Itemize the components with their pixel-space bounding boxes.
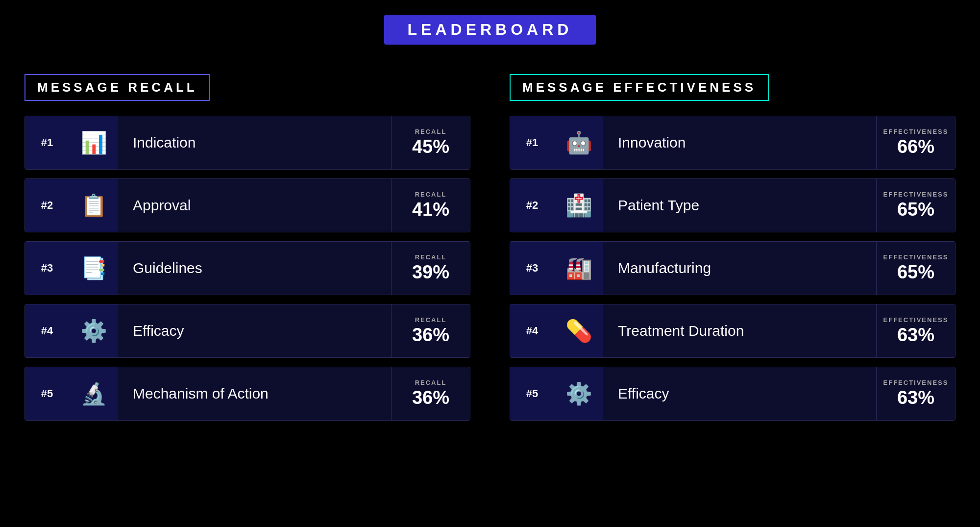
score-sub-label: RECALL — [415, 316, 447, 324]
score-cell: EFFECTIVENESS 63% — [877, 304, 955, 357]
page-title: LEADERBOARD — [408, 21, 573, 38]
score-value: 45% — [412, 136, 449, 157]
icon-cell: ⚙️ — [554, 367, 603, 420]
columns-wrapper: MESSAGE RECALL #1 📊 Indication RECALL 45… — [24, 74, 956, 421]
name-cell: Innovation — [603, 116, 877, 169]
rank-label: #3 — [526, 262, 538, 275]
score-cell: RECALL 36% — [392, 304, 470, 357]
rank-cell: #1 — [25, 116, 69, 169]
rank-cell: #2 — [25, 179, 69, 232]
rank-cell: #4 — [510, 304, 554, 357]
name-cell: Patient Type — [603, 179, 877, 232]
item-icon: 🤖 — [565, 130, 592, 155]
score-value: 65% — [897, 199, 934, 220]
item-icon: ⚙️ — [80, 318, 107, 344]
rank-cell: #4 — [25, 304, 69, 357]
effectiveness-column: MESSAGE EFFECTIVENESS #1 🤖 Innovation EF… — [510, 74, 956, 421]
rank-label: #4 — [526, 325, 538, 337]
score-value: 41% — [412, 199, 449, 220]
rank-cell: #3 — [510, 242, 554, 295]
name-cell: Indication — [118, 116, 392, 169]
item-name: Manufacturing — [618, 260, 711, 276]
score-cell: RECALL 39% — [392, 242, 470, 295]
recall-section-title: MESSAGE RECALL — [37, 80, 197, 95]
rank-label: #3 — [41, 262, 53, 275]
item-icon: 🔬 — [80, 381, 107, 406]
list-item: #4 ⚙️ Efficacy RECALL 36% — [24, 304, 470, 358]
item-name: Approval — [133, 197, 191, 214]
icon-cell: 🏥 — [554, 179, 603, 232]
item-icon: 🏭 — [565, 255, 592, 281]
score-value: 63% — [897, 387, 934, 408]
score-sub-label: RECALL — [415, 128, 447, 135]
list-item: #3 📑 Guidelines RECALL 39% — [24, 241, 470, 295]
effectiveness-list: #1 🤖 Innovation EFFECTIVENESS 66% #2 🏥 — [510, 116, 956, 421]
score-sub-label: RECALL — [415, 253, 447, 261]
rank-cell: #1 — [510, 116, 554, 169]
score-cell: EFFECTIVENESS 65% — [877, 179, 955, 232]
list-item: #1 📊 Indication RECALL 45% — [24, 116, 470, 170]
list-item: #2 🏥 Patient Type EFFECTIVENESS 65% — [510, 178, 956, 232]
rank-cell: #2 — [510, 179, 554, 232]
score-sub-label: EFFECTIVENESS — [883, 191, 949, 198]
name-cell: Approval — [118, 179, 392, 232]
score-sub-label: RECALL — [415, 379, 447, 386]
item-name: Mechanism of Action — [133, 385, 269, 402]
name-cell: Mechanism of Action — [118, 367, 392, 420]
score-cell: RECALL 45% — [392, 116, 470, 169]
recall-column: MESSAGE RECALL #1 📊 Indication RECALL 45… — [24, 74, 470, 421]
rank-label: #2 — [41, 199, 53, 212]
effectiveness-section-title-wrapper: MESSAGE EFFECTIVENESS — [510, 74, 769, 101]
list-item: #2 📋 Approval RECALL 41% — [24, 178, 470, 232]
score-cell: EFFECTIVENESS 63% — [877, 367, 955, 420]
score-sub-label: RECALL — [415, 191, 447, 198]
recall-section-title-wrapper: MESSAGE RECALL — [24, 74, 210, 101]
item-icon: 📋 — [80, 193, 107, 218]
item-icon: 💊 — [565, 318, 592, 344]
score-cell: RECALL 41% — [392, 179, 470, 232]
item-name: Treatment Duration — [618, 323, 744, 339]
page-title-wrapper: LEADERBOARD — [384, 15, 596, 45]
icon-cell: ⚙️ — [69, 304, 118, 357]
item-name: Innovation — [618, 134, 686, 151]
icon-cell: 📋 — [69, 179, 118, 232]
score-sub-label: EFFECTIVENESS — [883, 379, 949, 386]
score-sub-label: EFFECTIVENESS — [883, 128, 949, 135]
list-item: #5 ⚙️ Efficacy EFFECTIVENESS 63% — [510, 367, 956, 421]
rank-label: #1 — [41, 136, 53, 149]
item-name: Indication — [133, 134, 196, 151]
item-icon: 🏥 — [565, 193, 592, 218]
rank-label: #2 — [526, 199, 538, 212]
item-name: Efficacy — [618, 385, 669, 402]
name-cell: Manufacturing — [603, 242, 877, 295]
recall-list: #1 📊 Indication RECALL 45% #2 📋 — [24, 116, 470, 421]
name-cell: Efficacy — [118, 304, 392, 357]
score-sub-label: EFFECTIVENESS — [883, 316, 949, 324]
rank-cell: #5 — [25, 367, 69, 420]
score-value: 65% — [897, 262, 934, 283]
name-cell: Treatment Duration — [603, 304, 877, 357]
score-value: 36% — [412, 387, 449, 408]
item-icon: 📑 — [80, 255, 107, 281]
score-sub-label: EFFECTIVENESS — [883, 253, 949, 261]
score-cell: EFFECTIVENESS 65% — [877, 242, 955, 295]
list-item: #1 🤖 Innovation EFFECTIVENESS 66% — [510, 116, 956, 170]
rank-label: #5 — [41, 387, 53, 400]
score-cell: EFFECTIVENESS 66% — [877, 116, 955, 169]
score-value: 36% — [412, 325, 449, 346]
item-name: Patient Type — [618, 197, 699, 214]
icon-cell: 💊 — [554, 304, 603, 357]
rank-cell: #5 — [510, 367, 554, 420]
item-name: Guidelines — [133, 260, 202, 276]
score-value: 39% — [412, 262, 449, 283]
icon-cell: 📊 — [69, 116, 118, 169]
item-icon: ⚙️ — [565, 381, 592, 406]
score-value: 63% — [897, 325, 934, 346]
list-item: #3 🏭 Manufacturing EFFECTIVENESS 65% — [510, 241, 956, 295]
rank-label: #4 — [41, 325, 53, 337]
score-value: 66% — [897, 136, 934, 157]
icon-cell: 🤖 — [554, 116, 603, 169]
icon-cell: 🏭 — [554, 242, 603, 295]
name-cell: Guidelines — [118, 242, 392, 295]
rank-label: #1 — [526, 136, 538, 149]
